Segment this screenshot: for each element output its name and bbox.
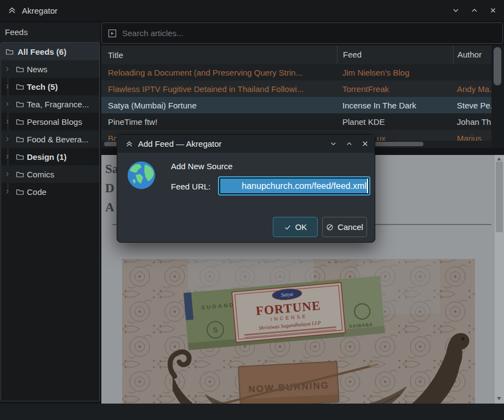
status-filter-icon[interactable] <box>108 29 117 38</box>
expander-chevron-icon[interactable] <box>4 136 11 142</box>
scroll-down-arrow-icon[interactable] <box>497 397 501 400</box>
folder-icon <box>16 118 24 126</box>
ok-button-label: OK <box>295 222 307 232</box>
sidebar-item-tea-fragrance[interactable]: Tea, Fragrance... <box>1 95 99 113</box>
folder-icon <box>16 135 24 143</box>
folder-icon <box>16 83 24 91</box>
sidebar-item-news[interactable]: News <box>1 60 99 78</box>
sidebar-item-design[interactable]: Design (1) <box>1 148 99 165</box>
feed-folder-label: Tech (5) <box>27 82 58 91</box>
list-vertical-scrollbar[interactable] <box>491 45 504 148</box>
feed-url-selected-text: hanupchurch.com/feed/feed.xml <box>220 179 367 193</box>
dialog-title: Add Feed — Akregator <box>138 139 222 148</box>
dialog-titlebar[interactable]: Add Feed — Akregator <box>117 135 375 153</box>
article-line3-fragment: A <box>105 200 114 215</box>
feed-folder-label: Personal Blogs <box>27 117 82 126</box>
folder-icon <box>16 170 24 179</box>
minimize-button[interactable] <box>449 4 462 17</box>
dialog-minimize-button[interactable] <box>329 140 337 148</box>
add-feed-dialog: Add Feed — Akregator Add New Source Feed… <box>117 134 375 243</box>
article-feed-cell: TorrentFreak <box>337 84 453 94</box>
column-header-title[interactable]: Title <box>101 50 337 60</box>
feed-folder-label: Tea, Fragrance... <box>27 100 89 109</box>
article-title-cell: Flawless IPTV Fugitive Detained in Thail… <box>101 84 337 94</box>
article-photo-incense: S SUGANDHAL SAIBABA Satya FORTUNE INCENS… <box>122 259 475 404</box>
feed-folder-label: Code <box>27 187 47 197</box>
article-line2-fragment: D <box>105 181 114 195</box>
sidebar-item-code[interactable]: Code <box>1 183 99 200</box>
article-list-header[interactable]: Title Feed Author <box>101 45 504 64</box>
sidebar-item-comics[interactable]: Comics <box>1 165 99 183</box>
feed-folder-label: Food & Bevera... <box>27 135 89 144</box>
column-header-feed[interactable]: Feed <box>337 45 453 64</box>
cancel-slash-icon <box>326 223 334 231</box>
article-scrollbar-thumb[interactable] <box>496 162 503 232</box>
expander-chevron-icon[interactable] <box>4 101 11 107</box>
dialog-heading: Add New Source <box>171 162 233 171</box>
window-footer <box>0 404 504 420</box>
feeds-pane-title: Feeds <box>0 22 100 42</box>
article-title-cell: PineTime ftw! <box>101 117 337 126</box>
feed-folder-label: All Feeds (6) <box>18 47 66 56</box>
sidebar-item-all-feeds[interactable]: All Feeds (6) <box>1 43 99 60</box>
article-title-cell: Satya (Mumbai) Fortune <box>101 101 337 110</box>
feed-folder-label: Comics <box>27 170 54 179</box>
expander-chevron-icon[interactable] <box>4 83 11 90</box>
sidebar-item-personal-blogs[interactable]: Personal Blogs <box>1 113 99 130</box>
window-title: Akregator <box>22 6 58 15</box>
scroll-up-arrow-icon[interactable] <box>497 157 501 160</box>
table-row[interactable]: PineTime ftw! Planet KDE Johan Th... <box>101 113 504 130</box>
app-shade-icon <box>7 5 17 15</box>
sidebar-item-food-beverage[interactable]: Food & Bevera... <box>1 130 99 148</box>
table-row[interactable]: Reloading a Document (and Preserving Que… <box>101 64 504 80</box>
globe-icon <box>125 159 157 191</box>
table-row[interactable]: Flawless IPTV Fugitive Detained in Thail… <box>101 80 504 97</box>
article-title-cell: Reloading a Document (and Preserving Que… <box>101 68 337 77</box>
window-titlebar[interactable]: Akregator <box>0 0 504 21</box>
dialog-maximize-button[interactable] <box>345 140 353 148</box>
expander-chevron-icon[interactable] <box>4 171 11 177</box>
feed-url-label: Feed URL: <box>171 182 211 191</box>
article-rows: Reloading a Document (and Preserving Que… <box>101 64 504 141</box>
table-row-selected[interactable]: Satya (Mumbai) Fortune Incense In The Da… <box>101 97 504 113</box>
folder-icon <box>16 153 24 161</box>
expander-chevron-icon[interactable] <box>4 66 11 72</box>
ok-button[interactable]: OK <box>273 217 318 237</box>
expander-chevron-icon[interactable] <box>4 118 11 125</box>
sidebar-item-tech[interactable]: Tech (5) <box>1 78 99 95</box>
article-list: Title Feed Author Reloading a Document (… <box>101 45 504 148</box>
folder-icon <box>16 65 24 73</box>
expander-chevron-icon[interactable] <box>4 188 11 195</box>
cancel-button[interactable]: Cancel <box>322 217 367 237</box>
list-vertical-scrollbar-thumb[interactable] <box>494 47 501 85</box>
close-button[interactable] <box>486 4 500 17</box>
feeds-sidebar: Feeds All Feeds (6) News Tech (5) Tea, F… <box>0 22 100 401</box>
expander-chevron-icon[interactable] <box>4 153 11 160</box>
feed-folder-label: News <box>27 65 48 74</box>
folder-icon <box>5 48 14 56</box>
feed-url-input[interactable]: hanupchurch.com/feed/feed.xml <box>218 176 370 195</box>
article-feed-cell: Incense In The Dark <box>337 101 453 110</box>
dialog-shade-icon <box>125 140 134 148</box>
cancel-button-label: Cancel <box>337 222 363 232</box>
folder-icon <box>16 100 24 108</box>
article-scrollbar[interactable] <box>495 155 504 404</box>
folder-icon <box>16 188 24 196</box>
search-articles-input[interactable]: Search articles... <box>101 22 503 44</box>
check-icon <box>284 223 291 231</box>
feed-tree: All Feeds (6) News Tech (5) Tea, Fragran… <box>1 42 100 401</box>
feed-folder-label: Design (1) <box>27 152 67 162</box>
dialog-close-button[interactable] <box>360 140 369 148</box>
text-cursor <box>367 179 368 193</box>
maximize-button[interactable] <box>468 4 481 17</box>
search-placeholder: Search articles... <box>122 28 184 38</box>
article-feed-cell: Jim Nielsen’s Blog <box>337 68 453 77</box>
article-feed-cell: Planet KDE <box>337 117 453 126</box>
